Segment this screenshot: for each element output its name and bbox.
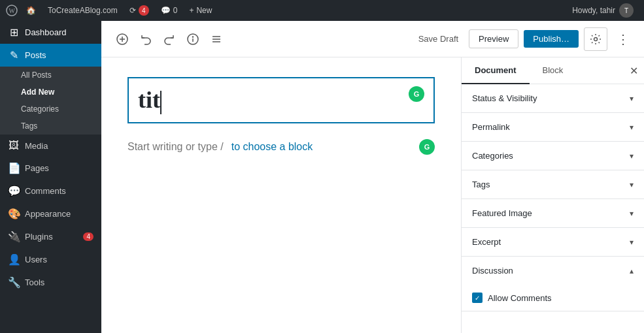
publish-button[interactable]: Publish… bbox=[524, 30, 579, 48]
media-icon: 🖼 bbox=[8, 140, 20, 151]
save-draft-button[interactable]: Save Draft bbox=[413, 30, 464, 48]
sidebar-item-add-new[interactable]: Add New bbox=[0, 84, 101, 101]
comments-icon: 💬 bbox=[161, 6, 171, 15]
redo-button[interactable] bbox=[159, 29, 180, 50]
section-discussion: Discussion ▴ Allow Comments bbox=[462, 257, 644, 311]
text-cursor bbox=[160, 91, 161, 114]
site-name: ToCreateABlog.com bbox=[48, 6, 118, 15]
sidebar-item-tools[interactable]: 🔧 Tools bbox=[0, 271, 101, 294]
preview-button[interactable]: Preview bbox=[469, 29, 518, 48]
posts-icon: ✎ bbox=[8, 49, 20, 61]
chevron-up-icon: ▴ bbox=[630, 266, 634, 276]
section-excerpt-header[interactable]: Excerpt ▾ bbox=[462, 228, 644, 256]
panel-close-button[interactable]: ✕ bbox=[623, 60, 644, 81]
sidebar-item-comments[interactable]: 💬 Comments bbox=[0, 180, 101, 202]
avatar: T bbox=[619, 3, 634, 18]
admin-bar-home[interactable]: 🏠 bbox=[22, 0, 40, 21]
sidebar-item-posts[interactable]: ✎ Posts bbox=[0, 44, 101, 67]
add-new-label: Add New bbox=[21, 87, 54, 97]
toolbar-right: Save Draft Preview Publish… ⋮ bbox=[413, 27, 634, 51]
editor-content-area: tit G Start writing or type / to choose … bbox=[101, 57, 644, 333]
sidebar-label-plugins: Plugins bbox=[25, 232, 53, 242]
admin-bar-new[interactable]: + New bbox=[185, 0, 216, 21]
posts-submenu: All Posts Add New Categories Tags bbox=[0, 67, 101, 135]
admin-bar-comments[interactable]: 💬 0 bbox=[157, 0, 182, 21]
sidebar-item-users[interactable]: 👤 Users bbox=[0, 248, 101, 271]
section-permalink: Permalink ▾ bbox=[462, 113, 644, 142]
dashboard-icon: ⊞ bbox=[8, 26, 20, 39]
allow-comments-row: Allow Comments bbox=[472, 293, 634, 303]
comments-nav-icon: 💬 bbox=[8, 185, 20, 197]
panel-tabs: Document Block ✕ bbox=[462, 57, 644, 84]
section-featured-image: Featured Image ▾ bbox=[462, 199, 644, 228]
section-permalink-label: Permalink bbox=[472, 122, 510, 132]
appearance-icon: 🎨 bbox=[8, 208, 20, 220]
settings-button[interactable] bbox=[584, 27, 607, 51]
section-featured-image-label: Featured Image bbox=[472, 208, 532, 218]
sidebar-label-comments: Comments bbox=[25, 186, 66, 196]
chevron-down-icon-3: ▾ bbox=[630, 151, 634, 161]
home-icon: 🏠 bbox=[26, 6, 36, 15]
svg-point-7 bbox=[193, 37, 194, 37]
chevron-down-icon-2: ▾ bbox=[630, 123, 634, 132]
tab-document[interactable]: Document bbox=[462, 57, 530, 84]
discussion-content: Allow Comments bbox=[462, 285, 644, 311]
section-permalink-header[interactable]: Permalink ▾ bbox=[462, 113, 644, 141]
writing-area[interactable]: tit G Start writing or type / to choose … bbox=[101, 57, 461, 333]
howdy-section[interactable]: Howdy, tahir T bbox=[567, 3, 639, 18]
svg-point-11 bbox=[594, 37, 598, 40]
sidebar-item-media[interactable]: 🖼 Media bbox=[0, 135, 101, 157]
sidebar-item-categories[interactable]: Categories bbox=[0, 101, 101, 118]
section-categories: Categories ▾ bbox=[462, 142, 644, 170]
section-tags-header[interactable]: Tags ▾ bbox=[462, 170, 644, 198]
sidebar-item-all-posts[interactable]: All Posts bbox=[0, 67, 101, 84]
editor-area: Save Draft Preview Publish… ⋮ bbox=[101, 21, 644, 333]
section-discussion-label: Discussion bbox=[472, 266, 513, 276]
sidebar-item-tags[interactable]: Tags bbox=[0, 118, 101, 135]
sidebar-label-media: Media bbox=[25, 141, 48, 151]
undo-button[interactable] bbox=[135, 29, 156, 50]
section-categories-header[interactable]: Categories ▾ bbox=[462, 142, 644, 170]
users-icon: 👤 bbox=[8, 253, 20, 266]
admin-bar-site[interactable]: ToCreateABlog.com bbox=[44, 0, 122, 21]
svg-text:W: W bbox=[9, 7, 16, 14]
section-featured-image-header[interactable]: Featured Image ▾ bbox=[462, 199, 644, 227]
allow-comments-label: Allow Comments bbox=[488, 293, 552, 303]
section-status-header[interactable]: Status & Visibility ▾ bbox=[462, 84, 644, 112]
title-block[interactable]: tit G bbox=[127, 77, 435, 123]
sidebar-label-posts: Posts bbox=[25, 50, 46, 60]
sidebar-label-appearance: Appearance bbox=[25, 209, 71, 219]
admin-bar-right: Howdy, tahir T bbox=[567, 3, 639, 18]
section-discussion-header[interactable]: Discussion ▴ bbox=[462, 257, 644, 285]
chevron-down-icon-5: ▾ bbox=[630, 209, 634, 218]
chevron-down-icon-6: ▾ bbox=[630, 238, 634, 247]
chevron-down-icon: ▾ bbox=[630, 94, 634, 103]
main-layout: ⊞ Dashboard ✎ Posts All Posts Add New Ca… bbox=[0, 21, 644, 333]
title-input[interactable]: tit bbox=[138, 86, 161, 114]
howdy-text: Howdy, tahir bbox=[572, 6, 615, 15]
info-button[interactable] bbox=[182, 29, 203, 50]
content-area[interactable]: Start writing or type / to choose a bloc… bbox=[127, 134, 435, 160]
sidebar-item-dashboard[interactable]: ⊞ Dashboard bbox=[0, 21, 101, 44]
grammarly-button-2[interactable]: G bbox=[419, 139, 435, 155]
allow-comments-checkbox[interactable] bbox=[472, 293, 483, 303]
tab-block[interactable]: Block bbox=[530, 57, 577, 84]
sidebar-item-appearance[interactable]: 🎨 Appearance bbox=[0, 202, 101, 225]
more-options-button[interactable]: ⋮ bbox=[613, 29, 634, 50]
list-view-button[interactable] bbox=[206, 29, 227, 50]
section-excerpt-label: Excerpt bbox=[472, 237, 501, 247]
add-block-button[interactable] bbox=[112, 29, 133, 50]
pages-icon: 📄 bbox=[8, 162, 20, 174]
grammarly-button[interactable]: G bbox=[409, 86, 424, 102]
admin-bar: W 🏠 ToCreateABlog.com ⟳ 4 💬 0 + New Howd… bbox=[0, 0, 644, 21]
choose-block-link[interactable]: to choose a block bbox=[231, 141, 313, 153]
updates-icon: ⟳ bbox=[129, 6, 136, 15]
sidebar-label-users: Users bbox=[25, 255, 47, 264]
sidebar-item-pages[interactable]: 📄 Pages bbox=[0, 157, 101, 180]
tools-icon: 🔧 bbox=[8, 276, 20, 289]
sidebar-item-plugins[interactable]: 🔌 Plugins 4 bbox=[0, 225, 101, 248]
new-label: New bbox=[196, 6, 212, 15]
sidebar-label-pages: Pages bbox=[25, 163, 49, 173]
wp-logo[interactable]: W bbox=[5, 4, 18, 17]
admin-bar-updates[interactable]: ⟳ 4 bbox=[126, 0, 153, 21]
